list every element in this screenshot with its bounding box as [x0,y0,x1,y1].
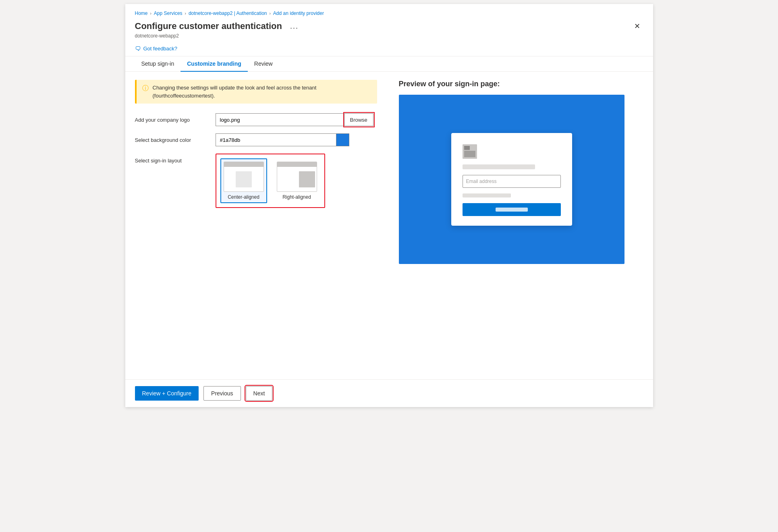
thumb-topbar-right [277,162,317,167]
svg-rect-2 [464,151,475,157]
preview-container: Email address [399,95,624,264]
preview-title: Preview of your sign-in page: [399,80,641,88]
breadcrumb-app-services[interactable]: App Services [154,10,183,16]
review-configure-button[interactable]: Review + Configure [135,386,199,401]
layout-form-row: Select sign-in layout Center-aligned [135,154,377,208]
layout-thumbnail-center [224,162,264,192]
ellipsis-button[interactable]: ... [290,22,299,31]
thumb-right-content [277,167,317,191]
color-text-input[interactable] [216,133,336,146]
main-panel: Home › App Services › dotnetcore-webapp2… [125,4,653,407]
chevron-icon-1: › [185,11,186,16]
logo-input[interactable] [216,113,344,126]
sign-in-logo [463,144,477,159]
sign-in-button[interactable] [463,203,561,216]
page-title: Configure customer authentication [135,21,282,31]
tab-customize-branding[interactable]: Customize branding [180,56,248,72]
breadcrumb-home[interactable]: Home [135,10,148,16]
svg-rect-1 [464,146,470,150]
chevron-icon-0: › [150,11,151,16]
sign-in-placeholder-bar [463,193,511,197]
feedback-row[interactable]: 🗨 Got feedback? [135,42,643,56]
title-row: Configure customer authentication ... ✕ [135,20,643,32]
layout-center[interactable]: Center-aligned [220,158,267,203]
thumb-topbar-center [224,162,263,167]
info-icon: ⓘ [142,84,149,93]
breadcrumb-add-identity-provider[interactable]: Add an identity provider [273,10,324,16]
right-section: Preview of your sign-in page: [387,72,653,379]
thumb-box-right [299,171,315,187]
browse-button[interactable]: Browse [344,113,373,126]
color-input-group [216,133,353,146]
layout-right[interactable]: Right-aligned [274,158,320,203]
email-placeholder: Email address [466,179,497,184]
breadcrumb-authentication[interactable]: dotnetcore-webapp2 | Authentication [189,10,267,16]
bottom-bar: Review + Configure Previous Next [125,379,653,407]
tab-review[interactable]: Review [248,56,279,72]
sign-in-card: Email address [451,133,572,226]
layout-label: Select sign-in layout [135,154,216,164]
color-form-row: Select background color [135,133,377,146]
color-label: Select background color [135,137,216,143]
close-button[interactable]: ✕ [631,20,643,32]
sign-in-email-input[interactable]: Email address [463,175,561,188]
panel-body: ⓘ Changing these settings will update th… [125,72,653,379]
layout-right-label: Right-aligned [282,194,311,200]
previous-button[interactable]: Previous [203,386,241,401]
left-section: ⓘ Changing these settings will update th… [125,72,387,379]
layout-thumbnail-right [277,162,317,192]
thumb-box-center [236,171,252,187]
tab-setup-sign-in[interactable]: Setup sign-in [135,56,181,72]
feedback-label: Got feedback? [143,46,178,52]
panel-header: Home › App Services › dotnetcore-webapp2… [125,4,653,56]
logo-form-row: Add your company logo Browse [135,113,377,126]
color-swatch[interactable] [336,133,349,146]
chevron-icon-2: › [270,11,271,16]
tabs-row: Setup sign-in Customize branding Review [125,56,653,72]
info-banner: ⓘ Changing these settings will update th… [135,80,377,104]
sign-in-btn-bar [496,208,528,212]
feedback-icon: 🗨 [135,45,141,52]
layout-center-label: Center-aligned [228,194,259,200]
sign-in-title-bar [463,164,535,169]
logo-input-group: Browse [216,113,377,126]
info-text: Changing these settings will update the … [153,84,371,100]
layout-options: Center-aligned Right-aligned [216,154,325,208]
thumb-center-content [224,167,263,191]
next-button[interactable]: Next [246,386,273,401]
breadcrumb: Home › App Services › dotnetcore-webapp2… [135,10,643,16]
panel-subtitle: dotnetcore-webapp2 [135,33,643,39]
logo-label: Add your company logo [135,117,216,123]
